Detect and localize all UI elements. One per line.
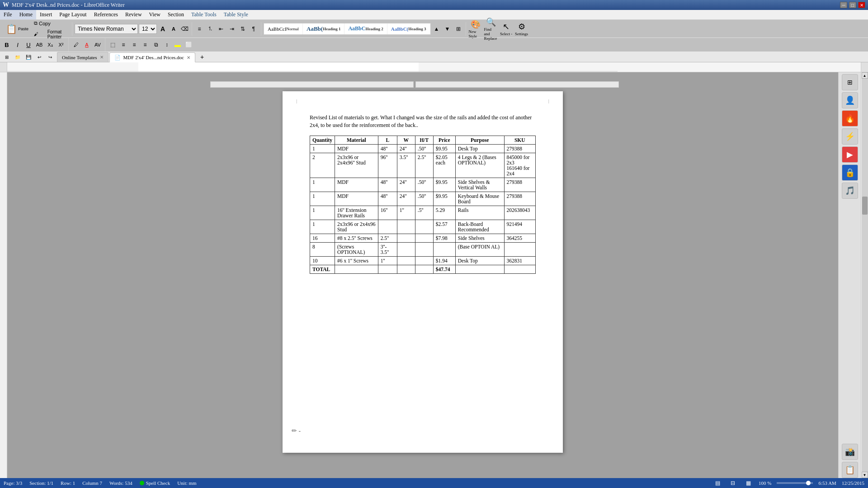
sidebar-icon-1[interactable]: ⊞: [842, 74, 858, 90]
table-cell[interactable]: [397, 242, 415, 256]
table-cell[interactable]: $2.57: [433, 220, 455, 234]
table-cell[interactable]: 2.5'': [378, 234, 397, 242]
table-cell[interactable]: (Base OPTOIN AL): [455, 242, 504, 256]
sidebar-icon-5[interactable]: ▶: [842, 146, 858, 163]
table-cell[interactable]: 1: [310, 192, 335, 206]
sidebar-icon-4[interactable]: ⚡: [842, 128, 858, 145]
open-file-button[interactable]: 📁: [13, 52, 23, 62]
table-cell[interactable]: [335, 265, 378, 273]
scroll-thumb[interactable]: [862, 197, 868, 215]
table-cell[interactable]: 845000 for 2x3 161640 for 2x4: [504, 153, 535, 178]
sidebar-icon-bottom-1[interactable]: 📸: [842, 444, 858, 460]
table-cell[interactable]: 279388: [504, 192, 535, 206]
table-cell[interactable]: 1: [310, 206, 335, 220]
table-cell[interactable]: 24'': [397, 178, 415, 192]
table-cell[interactable]: [433, 242, 455, 256]
save-button[interactable]: 💾: [24, 52, 33, 62]
menu-table-tools[interactable]: Table Tools: [188, 10, 220, 19]
numbered-list-button[interactable]: ⒈: [205, 24, 215, 34]
table-cell[interactable]: 2x3x96 or 2x4x96'' Stud: [335, 153, 378, 178]
table-cell[interactable]: 1'': [397, 206, 415, 220]
sidebar-icon-3[interactable]: 🔥: [842, 110, 858, 127]
table-cell[interactable]: $9.95: [433, 192, 455, 206]
table-cell[interactable]: [397, 220, 415, 234]
table-cell[interactable]: [397, 234, 415, 242]
highlight-button[interactable]: 🖊: [71, 40, 81, 50]
align-center-button[interactable]: ≡: [118, 40, 128, 50]
document-page[interactable]: | | Revised List of materials to get. Wh…: [283, 91, 563, 453]
document-intro[interactable]: Revised List of materials to get. What I…: [310, 114, 536, 129]
table-cell[interactable]: Desk Top: [455, 256, 504, 265]
font-size-select[interactable]: 12: [139, 24, 157, 34]
select-button[interactable]: ↖ Select -: [499, 21, 514, 37]
table-cell[interactable]: 3.5'': [397, 153, 415, 178]
table-cell[interactable]: #6 x 1'' Screws: [335, 256, 378, 265]
table-cell[interactable]: MDF: [335, 192, 378, 206]
superscript-button[interactable]: X²: [56, 40, 66, 50]
sidebar-icon-7[interactable]: 🎵: [842, 183, 858, 199]
table-cell[interactable]: 10: [310, 256, 335, 265]
format-painter-button[interactable]: 🖌 Format Painter: [33, 29, 70, 39]
sidebar-icon-6[interactable]: 🔒: [842, 164, 858, 181]
style-heading2[interactable]: AaBbC Heading 2: [344, 23, 387, 34]
tab-online-templates[interactable]: Online Templates ✕: [57, 52, 108, 62]
table-cell[interactable]: TOTAL: [310, 265, 335, 273]
table-cell[interactable]: 2x3x96 or 2x4x96 Stud: [335, 220, 378, 234]
view-web-button[interactable]: ⊟: [728, 478, 738, 488]
style-heading3[interactable]: AaBbC( Heading 3: [387, 23, 430, 34]
bold-button[interactable]: B: [2, 40, 12, 50]
menu-file[interactable]: File: [0, 10, 16, 19]
table-cell[interactable]: 2: [310, 153, 335, 178]
subscript-button[interactable]: X₂: [45, 40, 55, 50]
table-cell[interactable]: 921494: [504, 220, 535, 234]
table-cell[interactable]: $9.95: [433, 144, 455, 153]
align-justify-button[interactable]: ≡: [140, 40, 150, 50]
maximize-button[interactable]: □: [849, 2, 856, 8]
style-heading1[interactable]: AaBb( Heading 1: [303, 23, 344, 34]
table-cell[interactable]: 24'': [397, 192, 415, 206]
character-spacing-button[interactable]: AV: [93, 40, 103, 50]
shading-button[interactable]: ▬: [173, 40, 183, 50]
menu-table-style[interactable]: Table Style: [220, 10, 252, 19]
new-window-button[interactable]: ⊞: [2, 52, 12, 62]
table-cell[interactable]: [378, 220, 397, 234]
italic-button[interactable]: I: [13, 40, 23, 50]
table-cell[interactable]: Back-Board Recommended: [455, 220, 504, 234]
tab-document[interactable]: 📄 MDF 2'x4' Des...nd Prices.doc ✕: [109, 52, 195, 62]
table-cell[interactable]: 16: [310, 234, 335, 242]
table-cell[interactable]: [415, 220, 433, 234]
table-cell[interactable]: [397, 256, 415, 265]
table-cell[interactable]: 2.5'': [415, 153, 433, 178]
style-gallery-expand[interactable]: ⊞: [453, 24, 463, 34]
table-cell[interactable]: 5.29: [433, 206, 455, 220]
table-cell[interactable]: .50'': [415, 192, 433, 206]
table-cell[interactable]: $9.95: [433, 178, 455, 192]
line-spacing-button[interactable]: ↕: [162, 40, 172, 50]
copy-button[interactable]: ⧉ Copy: [33, 19, 61, 28]
table-cell[interactable]: $47.74: [433, 265, 455, 273]
font-grow-button[interactable]: A: [158, 24, 168, 34]
table-cell[interactable]: 24'': [397, 144, 415, 153]
table-cell[interactable]: .50'': [415, 178, 433, 192]
tab-document-close[interactable]: ✕: [187, 55, 190, 60]
table-cell[interactable]: [504, 265, 535, 273]
border-button[interactable]: ⬜: [184, 40, 193, 50]
table-cell[interactable]: 1: [310, 220, 335, 234]
table-cell[interactable]: 1: [310, 144, 335, 153]
find-replace-button[interactable]: 🔍 Find and Replace: [484, 21, 498, 37]
clear-format-button[interactable]: ⌫: [179, 24, 189, 34]
table-cell[interactable]: 362831: [504, 256, 535, 265]
paste-button[interactable]: 📋 Paste: [3, 23, 31, 35]
scroll-up-button[interactable]: ▲: [862, 72, 868, 79]
table-cell[interactable]: MDF: [335, 178, 378, 192]
increase-indent-button[interactable]: ⇥: [227, 24, 237, 34]
table-cell[interactable]: Side Shelves & Vertical Walls: [455, 178, 504, 192]
table-cell[interactable]: [415, 234, 433, 242]
table-cell[interactable]: 16'' Extension Drawer Rails: [335, 206, 378, 220]
strikethrough-button[interactable]: AB: [34, 40, 44, 50]
menu-references[interactable]: References: [90, 10, 122, 19]
table-cell[interactable]: #8 x 2.5'' Screws: [335, 234, 378, 242]
undo-button[interactable]: ↩: [34, 52, 44, 62]
view-normal-button[interactable]: ▤: [712, 478, 722, 488]
table-cell[interactable]: 202638043: [504, 206, 535, 220]
